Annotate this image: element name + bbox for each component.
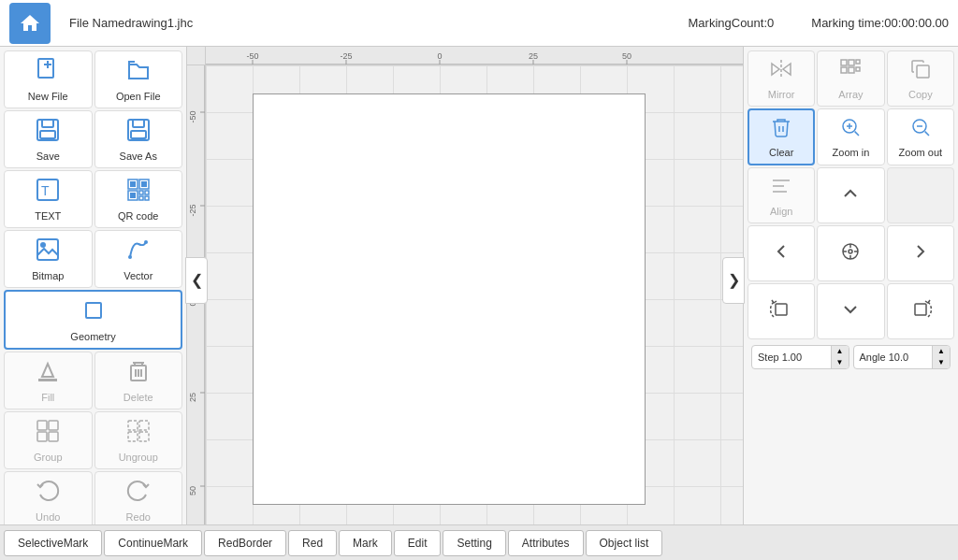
array-button[interactable]: Array	[817, 50, 884, 107]
save-as-button[interactable]: ↑ Save As	[94, 110, 183, 168]
step-control: Step 1.00 ▲ ▼	[751, 345, 849, 369]
rotate-cw-button[interactable]	[887, 283, 954, 339]
zoom-in-button[interactable]: Zoom in	[817, 108, 884, 165]
angle-up-button[interactable]: ▲	[932, 346, 950, 357]
save-label: Save	[36, 151, 60, 162]
qr-code-icon	[125, 177, 152, 207]
header-info: MarkingCount:0 Marking time:00:00:00.00	[689, 16, 949, 30]
clear-button[interactable]: Clear	[748, 108, 815, 165]
object-list-button[interactable]: Object list	[586, 530, 663, 556]
geometry-button[interactable]: Geometry	[4, 290, 182, 350]
step-up-button[interactable]: ▲	[831, 346, 849, 357]
drawing-area	[253, 93, 646, 505]
rotate-cw-icon	[909, 298, 932, 325]
mark-label: Mark	[353, 537, 378, 550]
center-button[interactable]	[817, 225, 884, 281]
edit-label: Edit	[408, 537, 428, 550]
bitmap-icon	[35, 237, 61, 266]
copy-icon	[909, 58, 932, 85]
selective-mark-button[interactable]: SelectiveMark	[4, 530, 102, 556]
grid-canvas	[206, 65, 743, 524]
edit-button[interactable]: Edit	[394, 530, 442, 556]
move-down-button[interactable]	[817, 283, 884, 339]
geometry-label: Geometry	[70, 331, 115, 342]
main-area: New File Open File Save	[0, 47, 958, 524]
svg-rect-39	[128, 421, 138, 430]
copy-button[interactable]: Copy	[887, 50, 954, 107]
svg-rect-71	[856, 60, 860, 64]
zoom-out-button[interactable]: Zoom out	[887, 108, 954, 165]
move-left-button[interactable]	[748, 225, 815, 281]
svg-rect-42	[139, 432, 149, 441]
home-button[interactable]	[9, 3, 51, 44]
svg-rect-90	[776, 304, 787, 315]
delete-button[interactable]: Delete	[94, 352, 183, 409]
continue-mark-button[interactable]: ContinueMark	[104, 530, 202, 556]
group-icon	[35, 418, 61, 448]
left-sidebar: New File Open File Save	[0, 47, 187, 524]
text-button[interactable]: T TEXT	[4, 170, 93, 228]
nav-right-button[interactable]: ❯	[722, 257, 745, 304]
undo-button[interactable]: Undo	[4, 471, 93, 524]
fill-button[interactable]: Fill	[4, 352, 93, 409]
attributes-button[interactable]: Attributes	[508, 530, 584, 556]
red-button[interactable]: Red	[288, 530, 337, 556]
vector-label: Vector	[123, 270, 152, 281]
svg-text:↑: ↑	[142, 135, 146, 143]
qr-code-button[interactable]: QR code	[94, 170, 183, 228]
svg-text:-50: -50	[188, 110, 197, 122]
svg-rect-18	[139, 191, 143, 194]
svg-rect-17	[130, 193, 136, 198]
text-icon: T	[35, 177, 61, 207]
svg-rect-36	[49, 421, 58, 430]
canvas-content[interactable]	[206, 65, 743, 524]
vector-button[interactable]: Vector	[94, 230, 183, 288]
canvas-area: -50 -25 0 25 50 -50 -25 0 25	[187, 47, 743, 524]
new-file-button[interactable]: New File	[4, 50, 93, 108]
object-list-label: Object list	[600, 537, 649, 550]
svg-rect-35	[37, 421, 47, 430]
svg-text:25: 25	[529, 51, 538, 61]
redo-button[interactable]: Redo	[94, 471, 183, 524]
open-file-button[interactable]: Open File	[94, 50, 183, 108]
mark-button[interactable]: Mark	[339, 530, 392, 556]
move-right-button[interactable]	[887, 225, 954, 281]
geometry-icon	[80, 297, 107, 327]
move-up-button[interactable]	[817, 167, 884, 223]
red-border-label: RedBorder	[218, 537, 272, 550]
text-label: TEXT	[35, 210, 61, 222]
svg-rect-40	[139, 421, 149, 430]
step-angle-row: Step 1.00 ▲ ▼ Angle 10.0 ▲ ▼	[748, 341, 954, 373]
bottom-bar: SelectiveMark ContinueMark RedBorder Red…	[0, 524, 958, 560]
setting-button[interactable]: Setting	[443, 530, 505, 556]
rotate-ccw-button[interactable]	[748, 283, 815, 339]
zoom-out-label: Zoom out	[899, 147, 942, 158]
undo-label: Undo	[36, 511, 60, 523]
angle-down-button[interactable]: ▼	[932, 357, 950, 368]
delete-icon	[125, 358, 152, 388]
group-button[interactable]: Group	[4, 411, 93, 469]
svg-rect-70	[849, 67, 854, 73]
empty-placeholder	[887, 167, 954, 223]
svg-point-85	[849, 250, 852, 253]
ungroup-icon	[125, 418, 152, 448]
nav-left-button[interactable]: ❮	[185, 257, 208, 304]
bitmap-button[interactable]: Bitmap	[4, 230, 93, 288]
continue-mark-label: ContinueMark	[118, 537, 188, 550]
delete-label: Delete	[123, 392, 153, 403]
copy-label: Copy	[908, 89, 933, 100]
align-button[interactable]: Align	[748, 167, 815, 223]
step-down-button[interactable]: ▼	[831, 357, 849, 368]
setting-label: Setting	[457, 537, 491, 550]
save-button[interactable]: Save	[4, 110, 93, 168]
red-label: Red	[302, 537, 323, 550]
svg-line-79	[924, 132, 928, 136]
group-label: Group	[34, 452, 63, 463]
svg-rect-72	[856, 67, 860, 71]
mirror-icon	[770, 58, 792, 85]
red-border-button[interactable]: RedBorder	[204, 530, 286, 556]
svg-text:0: 0	[437, 51, 442, 61]
mirror-button[interactable]: Mirror	[748, 50, 815, 107]
save-as-icon: ↑	[125, 117, 152, 147]
ungroup-button[interactable]: Ungroup	[94, 411, 183, 469]
